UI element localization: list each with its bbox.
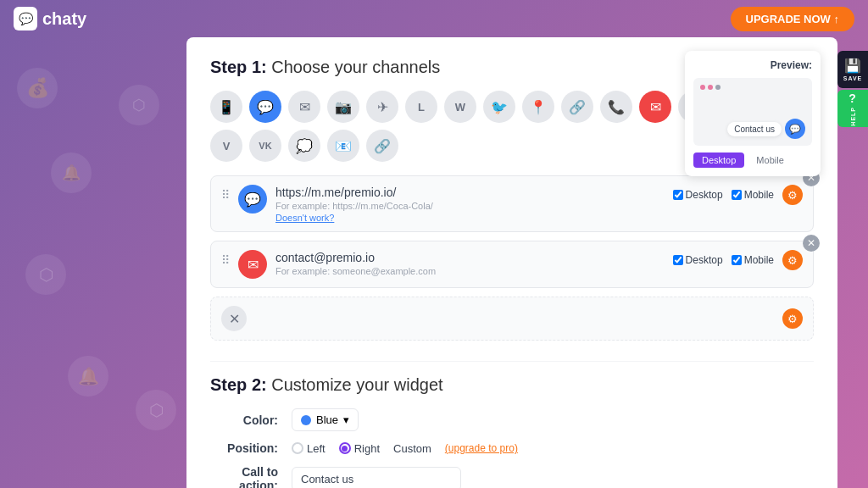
logo-text: chaty — [42, 9, 86, 29]
messenger-desktop-checkbox[interactable] — [673, 190, 683, 200]
cta-label: Call to action: — [210, 465, 278, 488]
messenger-mobile-checkbox[interactable] — [732, 190, 742, 200]
channel-phone[interactable]: 📞 — [600, 91, 632, 123]
color-dropdown[interactable]: Blue ▾ — [292, 408, 359, 431]
email-row-icon: ✉ — [238, 250, 267, 279]
sidebar-right: 💾SAVE ?HELP — [837, 51, 868, 127]
position-row: Position: Left Right Custom (upgrade to … — [210, 441, 814, 455]
color-label: Color: — [210, 413, 278, 427]
channel-messenger[interactable]: 💬 — [249, 91, 281, 123]
radio-right — [339, 442, 351, 454]
step2-area: Step 2: Customize your widget Color: Blu… — [210, 361, 814, 488]
position-label: Position: — [210, 441, 278, 455]
channel-viber[interactable]: V — [210, 130, 242, 162]
remove-add-button[interactable]: ✕ — [221, 306, 247, 331]
help-icon: ? — [849, 92, 857, 105]
preview-label: Preview: — [693, 59, 812, 71]
preview-dots — [700, 85, 721, 90]
messenger-desktop-check[interactable]: Desktop — [673, 189, 723, 201]
channel-whatsapp[interactable]: 📱 — [210, 91, 242, 123]
channel-line[interactable]: L — [405, 91, 437, 123]
step2-heading: Step 2: Customize your widget — [210, 375, 814, 395]
upgrade-button[interactable]: UPGRADE NOW ↑ — [731, 7, 855, 31]
add-channel-row: ✕ ⚙ — [210, 297, 814, 341]
email-placeholder: For example: someone@example.com — [275, 266, 665, 276]
logo: 💬 chaty — [14, 7, 86, 30]
channel-email[interactable]: ✉ — [639, 91, 671, 123]
dot-gray — [715, 85, 721, 90]
close-email-button[interactable]: ✕ — [803, 235, 820, 252]
messenger-row-fields: For example: https://m.me/Coca-Cola/ Doe… — [275, 185, 665, 223]
channel-link2[interactable]: 🔗 — [366, 130, 398, 162]
messenger-row-icon: 💬 — [238, 185, 267, 214]
position-right-option[interactable]: Right — [339, 442, 380, 455]
contact-icon-button[interactable]: 💬 — [785, 119, 805, 139]
radio-right-inner — [342, 446, 348, 452]
messenger-mobile-check[interactable]: Mobile — [732, 189, 774, 201]
channel-telegram[interactable]: ✈ — [366, 91, 398, 123]
channel-twitter[interactable]: 🐦 — [483, 91, 515, 123]
channel-vk[interactable]: VK — [249, 130, 281, 162]
channel-chat2[interactable]: 💭 — [288, 130, 320, 162]
email-widget-row: ✕ ⠿ ✉ For example: someone@example.com D… — [210, 241, 814, 288]
radio-left — [292, 442, 303, 454]
email-checkboxes: Desktop Mobile ⚙ — [673, 250, 803, 270]
position-left-option[interactable]: Left — [292, 442, 326, 455]
logo-icon: 💬 — [14, 7, 37, 30]
dot-pink2 — [708, 85, 713, 90]
channel-location[interactable]: 📍 — [522, 91, 554, 123]
tab-mobile[interactable]: Mobile — [748, 152, 792, 168]
color-dot-blue — [301, 415, 311, 425]
messenger-url-input[interactable] — [275, 186, 665, 201]
save-button[interactable]: 💾SAVE — [837, 51, 868, 88]
email-mobile-check[interactable]: Mobile — [732, 254, 774, 266]
add-settings-button[interactable]: ⚙ — [782, 308, 803, 329]
header: 💬 chaty UPGRADE NOW ↑ — [0, 0, 868, 37]
contact-us-label: Contact us — [727, 122, 782, 136]
right-label: Right — [354, 442, 380, 455]
email-address-input[interactable] — [275, 251, 665, 266]
email-mobile-checkbox[interactable] — [732, 255, 742, 265]
widget-rows: ✕ ⠿ 💬 For example: https://m.me/Coca-Col… — [210, 175, 814, 341]
messenger-placeholder: For example: https://m.me/Coca-Cola/ — [275, 201, 665, 211]
preview-contact-area: Contact us 💬 — [727, 119, 805, 139]
drag-handle-email[interactable]: ⠿ — [221, 250, 230, 267]
left-label: Left — [307, 442, 326, 455]
channel-link1[interactable]: 🔗 — [561, 91, 593, 123]
color-value: Blue — [316, 413, 338, 426]
custom-position-label: Custom — [393, 442, 431, 455]
email-desktop-check[interactable]: Desktop — [673, 254, 723, 266]
channel-mail2[interactable]: 📧 — [327, 130, 359, 162]
dot-pink — [700, 85, 705, 90]
email-desktop-checkbox[interactable] — [673, 255, 683, 265]
email-row-fields: For example: someone@example.com — [275, 250, 665, 276]
doesnt-work-link[interactable]: Doesn't work? — [275, 213, 665, 223]
email-settings-button[interactable]: ⚙ — [782, 250, 803, 270]
preview-panel: Preview: Contact us 💬 Desktop Mobile — [685, 51, 821, 176]
drag-handle-messenger[interactable]: ⠿ — [221, 185, 230, 202]
messenger-checkboxes: Desktop Mobile ⚙ — [673, 185, 803, 205]
chevron-down-icon: ▾ — [343, 413, 349, 426]
help-button[interactable]: ?HELP — [837, 90, 868, 127]
channel-instagram[interactable]: 📷 — [327, 91, 359, 123]
preview-area: Contact us 💬 — [693, 78, 812, 146]
channel-wechat[interactable]: W — [444, 91, 476, 123]
color-row: Color: Blue ▾ — [210, 408, 814, 431]
preview-tabs: Desktop Mobile — [693, 152, 812, 168]
cta-row: Call to action: — [210, 465, 814, 488]
messenger-widget-row: ✕ ⠿ 💬 For example: https://m.me/Coca-Col… — [210, 175, 814, 232]
cta-input[interactable] — [292, 467, 461, 489]
position-options: Left Right Custom (upgrade to pro) — [292, 442, 518, 455]
channel-sms[interactable]: ✉ — [288, 91, 320, 123]
tab-desktop[interactable]: Desktop — [693, 152, 744, 168]
upgrade-to-pro-link[interactable]: (upgrade to pro) — [445, 442, 518, 454]
messenger-settings-button[interactable]: ⚙ — [782, 185, 803, 205]
save-icon: 💾 — [844, 58, 862, 74]
